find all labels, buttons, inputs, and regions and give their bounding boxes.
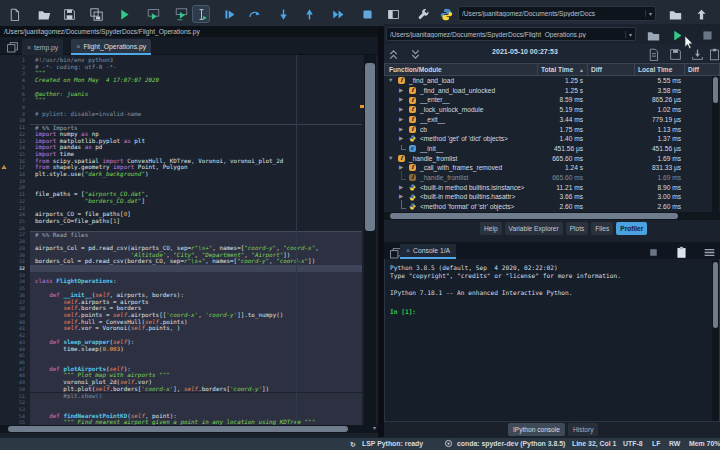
close-icon[interactable]: × [76, 43, 80, 50]
step-out-button[interactable] [300, 5, 318, 23]
run-cell-advance-button[interactable] [172, 5, 190, 23]
console-options-button[interactable] [700, 243, 718, 261]
tab-profiler[interactable]: Profiler [616, 222, 647, 235]
continue-execution-button[interactable] [329, 5, 347, 23]
step-into-button[interactable] [274, 5, 292, 23]
editor-vscrollbar[interactable] [364, 55, 376, 433]
editor-line: 32 [0, 265, 362, 272]
stop-debug-button[interactable] [358, 5, 376, 23]
column-divider[interactable] [587, 64, 588, 76]
profile-stop-button[interactable] [698, 26, 716, 44]
console-vscrollbar[interactable] [712, 260, 719, 421]
chevron-down-icon[interactable]: ▾ [373, 424, 376, 431]
profiler-row[interactable]: ▶f_lock_unlock_module5.19 ms1.02 ms [385, 105, 713, 115]
profiler-row[interactable]: f_handle_fromlist665.60 ms1.69 ms [385, 173, 713, 183]
profiler-row[interactable]: ▼f_find_and_load1.25 s5.55 ms [385, 76, 713, 86]
local-time-value: 451.56 µs [605, 144, 681, 154]
preferences-button[interactable] [414, 5, 432, 23]
code-text: # pylint: disable=invalid-name [30, 111, 362, 118]
chevron-down-icon[interactable]: ▾ [625, 31, 632, 38]
profiler-table-header[interactable]: Function/ModuleTotal Time▲DiffLocal Time… [384, 63, 720, 76]
code-text [30, 238, 362, 245]
editor-hscrollbar-thumb[interactable] [8, 426, 348, 432]
column-header[interactable]: Function/Module [389, 64, 442, 76]
compare-data-button[interactable] [705, 45, 720, 63]
close-icon[interactable]: × [27, 44, 31, 51]
line-number: 13 [0, 138, 30, 145]
save-file-button[interactable] [60, 5, 78, 23]
profiler-vscrollbar[interactable] [712, 76, 719, 212]
expand-arrow-icon[interactable]: ▶ [399, 125, 403, 135]
collapse-arrow-icon[interactable]: ▼ [388, 76, 393, 86]
profiler-hscrollbar[interactable] [384, 212, 720, 220]
parent-directory-button[interactable] [692, 5, 710, 23]
open-file-button[interactable] [35, 5, 53, 23]
profiler-vscrollbar-thumb[interactable] [713, 77, 718, 103]
collapse-rows-button[interactable] [384, 45, 402, 63]
column-header[interactable]: Diff [688, 64, 699, 76]
expand-arrow-icon[interactable]: ▶ [399, 183, 403, 193]
debug-file-button[interactable] [220, 5, 238, 23]
expand-arrow-icon[interactable]: ▶ [399, 95, 403, 105]
tab-variable-explorer[interactable]: Variable Explorer [505, 222, 563, 235]
editor-hscrollbar[interactable]: ▾ [0, 425, 378, 433]
save-data-button[interactable] [666, 45, 684, 63]
close-icon[interactable]: × [406, 247, 410, 254]
tab-help[interactable]: Help [480, 222, 502, 235]
copy-console-button[interactable] [672, 243, 690, 261]
maximize-pane-button[interactable] [384, 5, 402, 23]
editor-tab-Flight_Operations-py[interactable]: ×Flight_Operations.py [71, 39, 151, 55]
collapse-arrow-icon[interactable]: ▼ [388, 154, 393, 164]
column-divider[interactable] [634, 64, 635, 76]
expand-arrow-icon[interactable]: ▶ [399, 86, 403, 96]
show-output-button[interactable] [644, 45, 662, 63]
expand-arrow-icon[interactable]: ▶ [399, 105, 403, 115]
column-header[interactable]: Diff [591, 64, 602, 76]
interpreter-status[interactable]: conda: spyder-dev (Python 3.8.5) [457, 438, 565, 450]
expand-arrow-icon[interactable]: ▶ [399, 115, 403, 125]
run-cell-button[interactable] [144, 5, 162, 23]
browse-tabs-icon[interactable] [3, 38, 21, 56]
save-all-button[interactable] [87, 5, 105, 23]
profiler-row[interactable]: ▶f__exit__3.44 ms779.19 µs [385, 115, 713, 125]
profiler-row[interactable]: ▶<built-in method builtins.isinstance>11… [385, 183, 713, 193]
python-path-manager-button[interactable] [437, 5, 455, 23]
tab-history[interactable]: History [568, 423, 599, 436]
editor-line: 11# %% Imports [0, 124, 362, 131]
tab-plots[interactable]: Plots [566, 222, 589, 235]
profiler-hscrollbar-thumb[interactable] [390, 213, 678, 219]
profiler-row[interactable]: c__init__451.56 µs451.56 µs [385, 144, 713, 154]
column-divider[interactable] [684, 64, 685, 76]
new-file-button[interactable] [5, 5, 23, 23]
profiler-row[interactable]: ▶<built-in method builtins.hasattr>3.66 … [385, 192, 713, 202]
interrupt-kernel-button[interactable] [644, 243, 662, 261]
profiler-row[interactable]: ▼f_handle_fromlist665.60 ms1.69 ms [385, 154, 713, 164]
column-divider[interactable] [537, 64, 538, 76]
profiler-row[interactable]: <method 'format' of 'str' objects>2.60 m… [385, 202, 713, 212]
expand-rows-button[interactable] [406, 45, 424, 63]
run-selection-button[interactable] [192, 5, 210, 23]
editor-vscrollbar-thumb[interactable] [365, 63, 375, 231]
step-over-button[interactable] [245, 5, 263, 23]
profiler-file-combobox[interactable]: /Users/juanitagomez/Documents/SpyderDocs… [386, 27, 636, 41]
browse-working-directory-button[interactable] [666, 5, 684, 23]
profiler-row[interactable]: ▶fcb1.75 ms1.13 ms [385, 125, 713, 135]
profiler-row[interactable]: ▶f_find_and_load_unlocked1.25 s3.58 ms [385, 86, 713, 96]
profiler-row[interactable]: ▶f__enter__8.59 ms865.26 µs [385, 95, 713, 105]
profiler-row[interactable]: ▶<method 'get' of 'dict' objects>1.40 ms… [385, 134, 713, 144]
console-vscrollbar-thumb[interactable] [713, 262, 718, 328]
code-editor[interactable]: 1#!/usr/bin/env python32# -*- coding: ut… [0, 55, 362, 433]
chevron-down-icon[interactable]: ▾ [645, 10, 652, 17]
tab-files[interactable]: Files [591, 222, 613, 235]
editor-tab-temp-py[interactable]: ×temp.py [22, 39, 63, 55]
expand-arrow-icon[interactable]: ▶ [399, 134, 403, 144]
profiler-open-file-button[interactable] [644, 26, 662, 44]
run-file-button[interactable] [115, 5, 133, 23]
console-prompt[interactable]: In [1]: [390, 308, 416, 316]
working-directory-combobox[interactable]: /Users/juanitagomez/Documents/SpyderDocs… [458, 6, 656, 21]
tab-ipython-console[interactable]: IPython console [508, 423, 565, 436]
column-header[interactable]: Total Time [541, 64, 573, 76]
console-tab[interactable]: × Console 1/A [400, 244, 456, 259]
column-header[interactable]: Local Time [638, 64, 672, 76]
profiler-row[interactable]: ▶f_call_with_frames_removed1.24 s831.33 … [385, 163, 713, 173]
